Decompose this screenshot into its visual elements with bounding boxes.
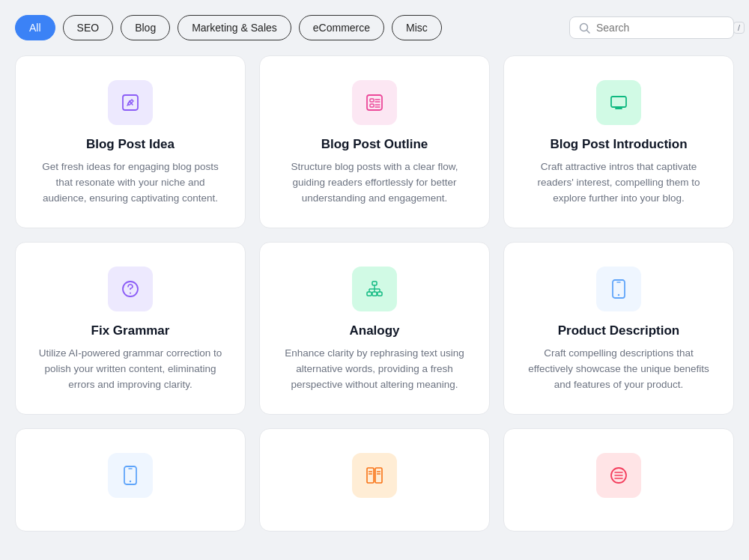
svg-rect-15 <box>372 281 377 285</box>
filter-btn-all[interactable]: All <box>15 15 55 40</box>
book-icon <box>352 453 397 498</box>
svg-line-1 <box>587 30 590 33</box>
card-fix-grammar[interactable]: Fix GrammarUtilize AI-powered grammar co… <box>15 242 246 415</box>
list-circle-icon <box>596 453 641 498</box>
question-icon <box>108 267 153 311</box>
hierarchy-icon <box>352 267 397 311</box>
card-partial-1[interactable] <box>15 428 246 532</box>
card-blog-post-introduction[interactable]: Blog Post IntroductionCraft attractive i… <box>503 55 734 228</box>
card-desc: Utilize AI-powered grammar correction to… <box>34 346 227 393</box>
filter-bar: AllSEOBlogMarketing & SaleseCommerceMisc… <box>15 15 734 40</box>
svg-rect-31 <box>375 468 382 483</box>
card-partial-3[interactable] <box>503 428 734 532</box>
card-title: Blog Post Idea <box>86 137 175 152</box>
monitor-icon <box>596 80 641 125</box>
svg-rect-7 <box>370 104 374 107</box>
filter-btn-marketing-&-sales[interactable]: Marketing & Sales <box>178 15 291 40</box>
card-blog-post-idea[interactable]: Blog Post IdeaGet fresh ideas for engagi… <box>15 55 246 228</box>
svg-point-14 <box>130 292 131 293</box>
svg-rect-30 <box>367 468 374 483</box>
svg-rect-10 <box>611 97 626 107</box>
filter-btn-misc[interactable]: Misc <box>392 15 442 40</box>
card-title: Analogy <box>349 323 399 338</box>
card-desc: Enhance clarity by rephrasing text using… <box>278 346 471 393</box>
mobile-icon <box>596 267 641 311</box>
svg-rect-17 <box>372 292 377 296</box>
card-title: Fix Grammar <box>91 323 170 338</box>
list-icon <box>352 80 397 125</box>
card-desc: Craft compelling descriptions that effec… <box>522 346 715 393</box>
svg-rect-4 <box>370 99 374 102</box>
card-desc: Get fresh ideas for engaging blog posts … <box>34 159 227 207</box>
card-desc: Craft attractive intros that captivate r… <box>522 159 715 207</box>
card-partial-2[interactable] <box>259 428 490 532</box>
search-wrapper: / <box>569 16 734 39</box>
filter-btn-ecommerce[interactable]: eCommerce <box>299 15 384 40</box>
edit-icon <box>108 80 153 125</box>
search-icon <box>579 22 590 34</box>
svg-point-26 <box>618 294 619 296</box>
cards-grid: Blog Post IdeaGet fresh ideas for engagi… <box>15 55 734 532</box>
filter-btn-blog[interactable]: Blog <box>121 15 170 40</box>
card-title: Blog Post Outline <box>321 137 428 152</box>
svg-rect-16 <box>367 292 372 296</box>
filter-buttons: AllSEOBlogMarketing & SaleseCommerceMisc <box>15 15 442 40</box>
card-blog-post-outline[interactable]: Blog Post OutlineStructure blog posts wi… <box>259 55 490 228</box>
search-input[interactable] <box>596 22 727 34</box>
card-title: Product Description <box>558 323 679 338</box>
card-title: Blog Post Introduction <box>550 137 687 152</box>
svg-rect-3 <box>367 95 382 110</box>
search-kbd-badge: / <box>733 22 745 34</box>
mobile-icon <box>108 453 153 498</box>
svg-point-29 <box>130 480 131 481</box>
svg-rect-18 <box>377 292 382 296</box>
card-product-description[interactable]: Product DescriptionCraft compelling desc… <box>503 242 734 415</box>
card-analogy[interactable]: AnalogyEnhance clarity by rephrasing tex… <box>259 242 490 415</box>
filter-btn-seo[interactable]: SEO <box>63 15 114 40</box>
card-desc: Structure blog posts with a clear flow, … <box>278 159 471 207</box>
